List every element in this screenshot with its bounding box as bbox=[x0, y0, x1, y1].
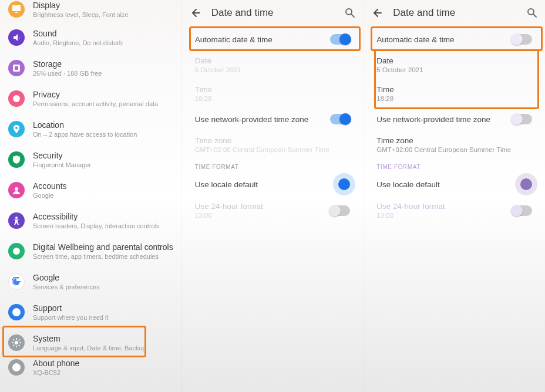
settings-text: SecurityFingerprint Manager bbox=[33, 150, 91, 169]
value-24h: 13:00 bbox=[195, 212, 331, 219]
date-time-pane-auto-off: Date and time Automatic date & time Date… bbox=[363, 0, 545, 392]
row-24h: Use 24-hour format 13:00 bbox=[182, 196, 364, 225]
row-locale-default[interactable]: Use locale default bbox=[182, 173, 364, 196]
dt-header: Date and time bbox=[364, 0, 545, 26]
section-time-format: TIME FORMAT bbox=[364, 159, 545, 173]
settings-title: Location bbox=[33, 120, 137, 130]
value-date: 5 October 2021 bbox=[376, 66, 532, 73]
wellbeing-icon bbox=[8, 243, 25, 259]
settings-sub: On – 2 apps have access to location bbox=[33, 130, 137, 138]
label-timezone: Time zone bbox=[195, 136, 351, 145]
settings-row-storage[interactable]: Storage26% used · 188 GB free bbox=[0, 53, 181, 83]
settings-text: LocationOn – 2 apps have access to locat… bbox=[33, 120, 137, 138]
row-time[interactable]: Time 18:28 bbox=[364, 79, 545, 108]
row-auto-datetime[interactable]: Automatic date & time bbox=[182, 28, 364, 50]
support-icon bbox=[8, 304, 25, 320]
section-time-format: TIME FORMAT bbox=[182, 159, 364, 173]
row-time: Time 18:28 bbox=[182, 79, 364, 108]
search-icon[interactable] bbox=[344, 7, 356, 19]
toggle-network-tz-on[interactable] bbox=[330, 114, 350, 124]
row-date[interactable]: Date 5 October 2021 bbox=[364, 50, 545, 79]
dt-header: Date and time bbox=[182, 0, 364, 26]
back-icon[interactable] bbox=[371, 7, 382, 19]
label-24h: Use 24-hour format bbox=[376, 202, 512, 211]
settings-title: Google bbox=[33, 272, 100, 283]
settings-sub: XQ-BC52 bbox=[33, 369, 79, 377]
label-auto: Automatic date & time bbox=[195, 35, 331, 44]
settings-row-accounts[interactable]: AccountsGoogle bbox=[0, 175, 181, 205]
toggle-auto-on[interactable] bbox=[330, 34, 350, 45]
settings-sub: Google bbox=[33, 191, 67, 200]
settings-row-display[interactable]: DisplayBrightness level, Sleep, Font siz… bbox=[0, 0, 181, 22]
settings-sub: Screen readers, Display, Interaction con… bbox=[33, 222, 160, 230]
row-network-tz[interactable]: Use network-provided time zone bbox=[182, 108, 364, 130]
settings-text: DisplayBrightness level, Sleep, Font siz… bbox=[33, 0, 129, 19]
settings-title: Sound bbox=[33, 28, 123, 39]
label-locale-default: Use locale default bbox=[195, 180, 339, 189]
toggle-24h-off bbox=[512, 205, 532, 216]
settings-row-support[interactable]: SupportSupport where you need it bbox=[0, 297, 181, 327]
label-date: Date bbox=[376, 56, 532, 65]
label-date: Date bbox=[195, 56, 351, 65]
label-network-tz: Use network-provided time zone bbox=[195, 115, 331, 124]
value-24h: 13:00 bbox=[376, 212, 512, 219]
settings-text: GoogleServices & preferences bbox=[33, 272, 100, 291]
value-timezone: GMT+02:00 Central European Summer Time bbox=[376, 146, 532, 153]
dt-title: Date and time bbox=[211, 7, 345, 19]
sound-icon bbox=[8, 29, 25, 46]
row-date: Date 5 October 2021 bbox=[182, 50, 364, 79]
settings-row-google[interactable]: GoogleServices & preferences bbox=[0, 266, 181, 297]
settings-row-location[interactable]: LocationOn – 2 apps have access to locat… bbox=[0, 114, 181, 144]
row-auto-datetime[interactable]: Automatic date & time bbox=[364, 28, 545, 50]
row-network-tz[interactable]: Use network-provided time zone bbox=[364, 108, 545, 130]
row-locale-default[interactable]: Use locale default bbox=[364, 173, 545, 196]
search-icon[interactable] bbox=[526, 7, 538, 19]
settings-text: AccountsGoogle bbox=[33, 181, 67, 200]
settings-sub: 26% used · 188 GB free bbox=[33, 69, 102, 77]
about-icon bbox=[8, 359, 25, 376]
settings-sub: Screen time, app timers, bedtime schedul… bbox=[33, 252, 173, 261]
value-time: 18:28 bbox=[376, 95, 532, 102]
settings-title: Storage bbox=[33, 59, 102, 69]
settings-row-system[interactable]: SystemLanguage & input, Date & time, Bac… bbox=[0, 327, 181, 358]
settings-row-sound[interactable]: SoundAudio, Ringtone, Do not disturb bbox=[0, 22, 181, 53]
dt-title: Date and time bbox=[393, 7, 526, 19]
row-timezone[interactable]: Time zone GMT+02:00 Central European Sum… bbox=[364, 130, 545, 159]
settings-text: Digital Wellbeing and parental controlsS… bbox=[33, 242, 173, 261]
label-timezone: Time zone bbox=[376, 136, 532, 145]
settings-sub: Audio, Ringtone, Do not disturb bbox=[33, 39, 123, 47]
settings-title: About phone bbox=[33, 358, 79, 369]
date-time-pane-auto-on: Date and time Automatic date & time Date… bbox=[181, 0, 364, 392]
settings-row-security[interactable]: SecurityFingerprint Manager bbox=[0, 144, 181, 175]
settings-row-privacy[interactable]: PrivacyPermissions, account activity, pe… bbox=[0, 83, 181, 114]
security-icon bbox=[8, 151, 25, 168]
display-icon bbox=[8, 1, 25, 18]
toggle-24h-off bbox=[330, 205, 350, 216]
privacy-icon bbox=[8, 90, 25, 107]
value-date: 5 October 2021 bbox=[195, 66, 351, 73]
settings-sub: Services & preferences bbox=[33, 283, 100, 291]
row-24h: Use 24-hour format 13:00 bbox=[364, 196, 545, 225]
settings-row-about[interactable]: About phoneXQ-BC52 bbox=[0, 358, 181, 377]
system-icon bbox=[8, 334, 25, 351]
settings-sub: Fingerprint Manager bbox=[33, 161, 91, 169]
accounts-icon bbox=[8, 182, 25, 198]
label-24h: Use 24-hour format bbox=[195, 202, 331, 211]
back-icon[interactable] bbox=[189, 7, 201, 19]
settings-text: SoundAudio, Ringtone, Do not disturb bbox=[33, 28, 123, 47]
toggle-locale-on[interactable] bbox=[338, 178, 350, 190]
location-icon bbox=[8, 121, 25, 137]
label-locale-default: Use locale default bbox=[376, 180, 520, 189]
settings-title: Digital Wellbeing and parental controls bbox=[33, 242, 173, 252]
toggle-locale-on[interactable] bbox=[520, 178, 532, 190]
settings-title: Privacy bbox=[33, 89, 158, 100]
settings-text: SupportSupport where you need it bbox=[33, 303, 108, 322]
row-timezone: Time zone GMT+02:00 Central European Sum… bbox=[182, 130, 364, 159]
label-time: Time bbox=[195, 85, 351, 94]
toggle-auto-off[interactable] bbox=[512, 34, 532, 45]
label-auto: Automatic date & time bbox=[376, 35, 512, 44]
settings-row-accessibility[interactable]: AccessibilityScreen readers, Display, In… bbox=[0, 205, 181, 236]
settings-text: About phoneXQ-BC52 bbox=[33, 358, 79, 377]
settings-row-wellbeing[interactable]: Digital Wellbeing and parental controlsS… bbox=[0, 236, 181, 266]
toggle-network-tz-off[interactable] bbox=[512, 114, 532, 124]
